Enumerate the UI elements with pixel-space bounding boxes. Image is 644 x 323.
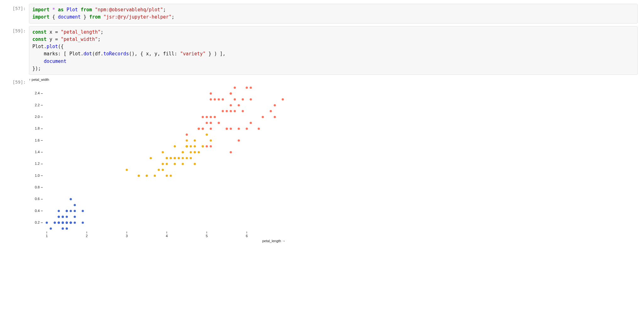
dot-virginica	[230, 104, 232, 106]
dot-versicolor	[190, 145, 192, 148]
dot-virginica	[246, 86, 248, 89]
dot-versicolor	[186, 157, 188, 159]
dot-setosa	[74, 210, 76, 212]
dot-versicolor	[166, 157, 168, 159]
y-tick-label: 1.8	[35, 126, 40, 130]
y-tick-label: 1.2	[35, 162, 40, 165]
x-tick-label: 1	[46, 234, 48, 238]
dot-virginica	[234, 110, 236, 112]
y-tick-label: 0.6	[35, 197, 40, 201]
dot-virginica	[274, 116, 276, 118]
x-tick-label: 5	[206, 234, 208, 238]
dot-setosa	[82, 210, 84, 212]
star-op: *	[52, 7, 55, 13]
y-tick-label: 1.4	[35, 150, 40, 154]
dot-setosa	[58, 216, 60, 218]
keyword-from: from	[89, 14, 101, 20]
dot-setosa	[66, 222, 68, 224]
dot-setosa	[66, 216, 68, 218]
dot-virginica	[238, 139, 240, 142]
string-literal: "jsr:@ry/jupyter-helper"	[103, 14, 172, 20]
dot-virginica	[214, 98, 216, 101]
dot-virginica	[206, 145, 208, 148]
dot-versicolor	[166, 163, 168, 165]
dot-setosa	[82, 222, 84, 224]
dot-virginica	[250, 122, 252, 124]
dot-setosa	[62, 222, 64, 224]
output-prompt: [59]:	[6, 77, 29, 244]
x-tick-label: 6	[246, 234, 248, 238]
dot-virginica	[202, 128, 204, 130]
x-axis-label: petal_length →	[262, 239, 286, 243]
dot-virginica	[222, 98, 224, 101]
dot-virginica	[206, 116, 208, 118]
dot-versicolor	[194, 151, 196, 153]
x-tick-label: 3	[126, 234, 128, 238]
dot-virginica	[186, 134, 188, 136]
dot-virginica	[210, 122, 212, 124]
code-cell-59: [59]: const x = "petal_length"; const y …	[6, 26, 638, 75]
dot-setosa	[70, 222, 72, 224]
input-prompt: [59]:	[6, 26, 29, 75]
dot-versicolor	[190, 157, 192, 159]
dot-virginica	[282, 98, 284, 101]
dot-virginica	[238, 104, 240, 106]
dot-setosa	[50, 227, 52, 230]
dot-setosa	[66, 227, 68, 230]
dot-virginica	[234, 98, 236, 101]
dot-virginica	[226, 110, 228, 112]
dot-setosa	[74, 216, 76, 218]
dot-virginica	[238, 128, 240, 130]
dot-setosa	[58, 222, 60, 224]
dot-setosa	[58, 210, 60, 212]
dot-versicolor	[162, 151, 164, 153]
dot-virginica	[258, 128, 260, 130]
dot-versicolor	[194, 145, 196, 148]
y-tick-label: 2.4	[35, 91, 40, 95]
dot-versicolor	[182, 157, 184, 159]
y-tick-label: 1.6	[35, 138, 40, 142]
dot-versicolor	[170, 157, 172, 159]
dot-versicolor	[158, 169, 160, 171]
dot-versicolor	[154, 175, 156, 177]
dot-versicolor	[174, 145, 176, 148]
dot-versicolor	[182, 163, 184, 165]
dot-versicolor	[202, 145, 204, 148]
x-tick-label: 2	[86, 234, 88, 238]
scatter-plot: ↑ petal_width0.20.40.60.81.01.21.41.61.8…	[29, 77, 293, 244]
dot-versicolor	[174, 157, 176, 159]
dot-virginica	[230, 128, 232, 130]
dot-versicolor	[162, 163, 164, 165]
y-tick-label: 0.8	[35, 185, 40, 189]
code-input[interactable]: import * as Plot from "npm:@observablehq…	[29, 4, 638, 24]
dot-versicolor	[146, 175, 148, 177]
dot-virginica	[210, 92, 212, 95]
dot-virginica	[206, 122, 208, 124]
ident-plot: Plot	[66, 7, 78, 13]
code-cell-57: [57]: import * as Plot from "npm:@observ…	[6, 4, 638, 24]
y-tick-label: 2.0	[35, 115, 40, 119]
dot-virginica	[210, 145, 212, 148]
dot-virginica	[250, 86, 252, 89]
keyword-import: import	[32, 14, 49, 20]
dot-virginica	[210, 116, 212, 118]
dot-virginica	[222, 110, 224, 112]
string-literal: "npm:@observablehq/plot"	[95, 7, 163, 13]
dot-virginica	[198, 128, 200, 130]
dot-versicolor	[166, 175, 168, 177]
x-tick-label: 4	[166, 234, 168, 238]
dot-versicolor	[150, 157, 152, 159]
dot-versicolor	[206, 134, 208, 136]
keyword-from: from	[81, 7, 92, 13]
dot-virginica	[230, 92, 232, 95]
dot-setosa	[66, 210, 68, 212]
y-tick-label: 2.2	[35, 103, 40, 107]
dot-setosa	[62, 216, 64, 218]
dot-virginica	[250, 98, 252, 101]
dot-versicolor	[198, 151, 200, 153]
code-input[interactable]: const x = "petal_length"; const y = "pet…	[29, 26, 638, 75]
y-tick-label: 0.4	[35, 209, 40, 213]
dot-setosa	[74, 204, 76, 206]
dot-versicolor	[210, 139, 212, 142]
y-axis-label: ↑ petal_width	[29, 78, 49, 81]
